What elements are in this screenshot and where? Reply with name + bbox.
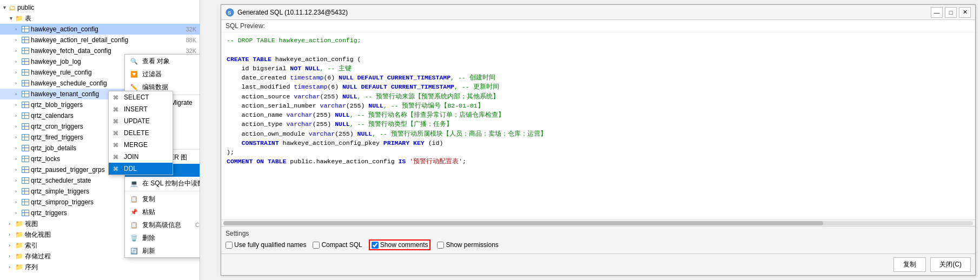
t1-table-icon [22,26,29,32]
t17-arrow: › [15,199,22,205]
show-permissions-checkbox[interactable] [437,242,444,249]
submenu-merge[interactable]: ⌘ MERGE [109,139,173,151]
window-footer: 复制 关闭(C) [221,254,975,275]
sql-line-create: CREATE TABLE hawkeye_action_config ( [227,55,970,64]
expand-tables-arrow: ▼ [9,16,15,21]
submenu-select-label: SELECT [124,94,149,101]
views-folder-icon: 📁 [15,220,23,228]
menu-filter[interactable]: 🔽 过滤器 › [125,68,200,81]
left-panel: ▼ 🗂 public ▼ 📁 表 › hawkeye_action_config… [0,0,200,280]
tree-item-tables[interactable]: ▼ 📁 表 [0,13,200,24]
tables-folder-icon: 📁 [15,15,23,22]
t1-label: hawkeye_action_config [31,25,186,33]
index-folder-icon: 📁 [15,242,23,249]
menu-paste-label: 粘贴 [142,208,200,217]
submenu-insert-label: INSERT [124,105,148,113]
menu-read-console[interactable]: 💻 在 SQL 控制台中读数据 [125,177,200,190]
menu-paste[interactable]: 📌 粘贴 Ctrl+V [125,205,200,218]
show-permissions-label[interactable]: Show permissions [446,241,498,249]
t18-arrow: › [15,210,22,216]
seq-folder-icon: 📁 [15,263,23,271]
t2-table-icon [22,37,29,43]
sql-line-end: ); [227,148,970,157]
t7-arrow: › [15,91,22,97]
t15-table-icon [22,177,29,184]
submenu-update-label: UPDATE [124,117,150,125]
join-icon: ⌘ [113,154,122,160]
close-window-button[interactable]: ✕ [959,7,971,18]
menu-refresh-label: 刷新 [142,246,200,256]
fully-qualified-checkbox[interactable] [226,242,233,249]
menu-copy-advanced[interactable]: 📋 复制高级信息 Ctrl+Shift+C [125,218,200,231]
expand-seq-arrow: › [9,264,15,270]
refresh-icon: 🔄 [129,246,139,256]
maximize-button[interactable]: □ [945,7,957,18]
t7-table-icon [22,91,29,97]
sql-window: S Generated SQL (10.11.12.234@5432) — □ … [221,4,976,276]
public-folder-icon: 🗂 [9,4,16,12]
submenu-delete-label: DELETE [124,129,149,137]
submenu-join[interactable]: ⌘ JOIN [109,151,173,163]
tables-section-label: 表 [25,14,200,23]
compact-sql-label[interactable]: Compact SQL [321,241,362,249]
t12-table-icon [22,145,29,151]
tree-item-sequences[interactable]: › 📁 序列 [0,262,200,272]
sql-preview-label: SQL Preview: [221,20,975,32]
minimize-button[interactable]: — [931,7,943,18]
sql-line-action-module: action_own_module varchar(255) NULL, -- … [227,129,970,138]
menu-read-console-label: 在 SQL 控制台中读数据 [142,179,200,188]
menu-view-object[interactable]: 🔍 查看 对象 F4 [125,55,200,68]
insert-icon: ⌘ [113,106,122,112]
horizontal-scrollbar[interactable] [221,219,975,226]
show-comments-label[interactable]: Show comments [380,241,428,249]
tree-item-t2[interactable]: › hawkeye_action_rel_detail_config 88K [0,35,200,45]
settings-label: Settings [226,230,971,237]
mid-space [200,0,216,280]
mat-folder-icon: 📁 [15,231,23,238]
right-panel: S Generated SQL (10.11.12.234@5432) — □ … [216,0,980,280]
sql-submenu: ⌘ SELECT ⌘ INSERT ⌘ UPDATE ⌘ DELETE ⌘ ME… [108,91,173,175]
t10-table-icon [22,123,29,130]
t13-table-icon [22,156,29,162]
tree-item-public[interactable]: ▼ 🗂 public [0,2,200,13]
menu-copy[interactable]: 📋 复制 Ctrl+C [125,192,200,205]
submenu-delete[interactable]: ⌘ DELETE [109,127,173,139]
expand-procs-arrow: › [9,254,15,259]
t3-size: 32K [186,48,200,54]
tree-item-hawkeye-action-config[interactable]: › hawkeye_action_config 32K [0,24,200,35]
menu-edit-data-label: 编辑数据 [142,83,200,92]
submenu-ddl[interactable]: ⌘ DDL [109,163,173,175]
submenu-join-label: JOIN [124,153,138,161]
sql-line-id: id bigserial NOT NULL, -- 主键 [227,64,970,73]
t16-table-icon [22,188,29,195]
t10-arrow: › [15,124,22,129]
menu-refresh[interactable]: 🔄 刷新 F5 [125,244,200,257]
t4-table-icon [22,58,29,65]
procs-folder-icon: 📁 [15,252,23,260]
t3-table-icon [22,48,29,54]
submenu-delete-icon: ⌘ [113,130,122,136]
sql-content[interactable]: -- DROP TABLE hawkeye_action_config; CRE… [221,32,975,219]
fully-qualified-label[interactable]: Use fully qualified names [234,241,306,249]
show-comments-checkbox[interactable] [372,242,379,249]
view-object-icon: 🔍 [129,56,139,66]
submenu-select[interactable]: ⌘ SELECT [109,91,173,103]
filter-icon: 🔽 [129,69,139,79]
compact-sql-checkbox[interactable] [313,242,320,249]
close-button[interactable]: 关闭(C) [930,257,971,272]
option-compact-sql: Compact SQL [313,241,362,249]
submenu-update[interactable]: ⌘ UPDATE [109,115,173,127]
t13-arrow: › [15,156,22,162]
window-titlebar: S Generated SQL (10.11.12.234@5432) — □ … [221,5,975,20]
t3-arrow: › [15,48,22,54]
t14-arrow: › [15,167,22,172]
menu-delete[interactable]: 🗑️ 删除 删除 [125,231,200,244]
submenu-insert[interactable]: ⌘ INSERT [109,103,173,115]
settings-bar: Settings Use fully qualified names Compa… [221,226,975,254]
menu-copy-label: 复制 [142,195,200,204]
copy-button[interactable]: 复制 [893,257,926,272]
t14-table-icon [22,166,29,173]
t5-table-icon [22,69,29,76]
copy-advanced-icon: 📋 [129,220,139,230]
option-show-permissions: Show permissions [437,241,498,249]
